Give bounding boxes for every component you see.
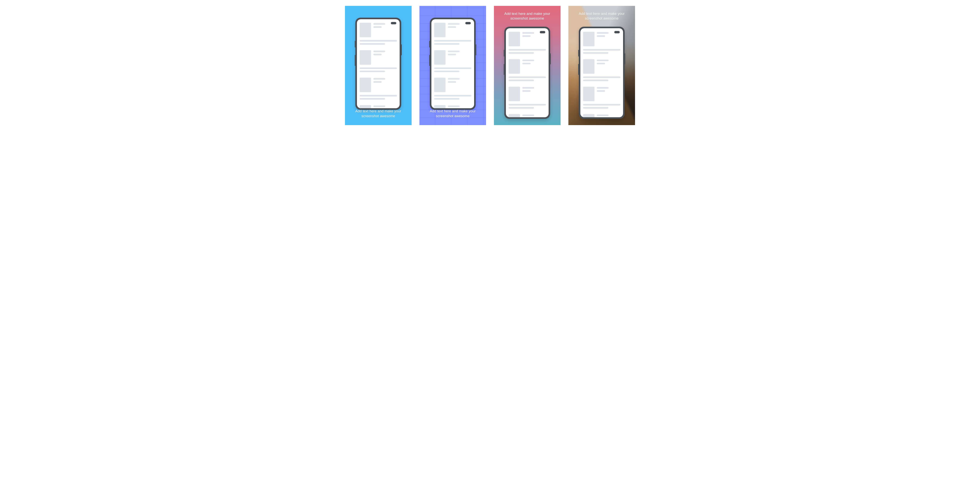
- placeholder-line: [597, 35, 605, 37]
- placeholder-line: [373, 51, 385, 52]
- placeholder-card: [506, 112, 549, 117]
- placeholder-thumb: [360, 23, 371, 37]
- placeholder-line: [597, 87, 609, 89]
- placeholder-line: [373, 105, 385, 107]
- phone-side-button: [429, 41, 430, 48]
- placeholder-line: [360, 67, 397, 69]
- placeholder-line: [373, 78, 385, 80]
- placeholder-line: [583, 107, 608, 108]
- placeholder-line: [360, 98, 385, 100]
- placeholder-line: [522, 35, 531, 37]
- panel-stage: Add text here and make your screenshot a…: [0, 0, 980, 131]
- placeholder-line: [434, 67, 471, 69]
- placeholder-thumb: [360, 50, 371, 65]
- placeholder-card: [506, 84, 549, 112]
- phone-frame: [579, 27, 625, 119]
- placeholder-card: [581, 112, 623, 117]
- placeholder-line: [434, 95, 471, 96]
- camera-cutout-icon: [391, 22, 396, 24]
- phone-screen: [581, 28, 623, 117]
- placeholder-line: [522, 63, 531, 64]
- panel-caption[interactable]: Add text here and make your screenshot a…: [494, 11, 560, 21]
- panel-caption[interactable]: Add text here and make your screenshot a…: [420, 109, 486, 118]
- placeholder-card: [431, 102, 474, 108]
- placeholder-line: [597, 90, 605, 92]
- placeholder-line: [434, 70, 460, 72]
- camera-cutout-icon: [614, 31, 620, 33]
- placeholder-line: [448, 78, 460, 80]
- placeholder-line: [597, 60, 609, 61]
- placeholder-thumb: [583, 87, 595, 101]
- placeholder-line: [522, 90, 531, 92]
- placeholder-card: [506, 56, 549, 84]
- placeholder-line: [448, 51, 460, 52]
- placeholder-line: [373, 81, 382, 83]
- placeholder-thumb: [583, 114, 595, 117]
- phone-screen: [506, 28, 549, 117]
- placeholder-line: [448, 105, 460, 107]
- phone-side-button: [550, 53, 551, 64]
- panel-caption[interactable]: Add text here and make your screenshot a…: [345, 109, 412, 118]
- placeholder-line: [434, 40, 471, 41]
- phone-side-button: [578, 50, 579, 56]
- placeholder-thumb: [360, 105, 371, 108]
- phone-frame: [504, 27, 550, 119]
- phone-frame: [355, 18, 401, 110]
- placeholder-line: [448, 23, 460, 25]
- placeholder-line: [522, 60, 534, 61]
- placeholder-card: [357, 75, 399, 102]
- screenshot-panel-4: Add text here and make your screenshot a…: [568, 6, 635, 125]
- placeholder-line: [360, 70, 385, 72]
- placeholder-thumb: [509, 32, 520, 46]
- placeholder-thumb: [360, 78, 371, 92]
- phone-side-button: [355, 55, 355, 66]
- screenshot-panel-3: Add text here and make your screenshot a…: [494, 6, 560, 125]
- panel-caption[interactable]: Add text here and make your screenshot a…: [568, 11, 635, 21]
- placeholder-line: [597, 32, 609, 34]
- phone-screen: [431, 19, 474, 108]
- phone-frame: [430, 18, 476, 110]
- phone-side-button: [504, 64, 504, 75]
- placeholder-line: [522, 87, 534, 89]
- camera-cutout-icon: [540, 31, 545, 33]
- placeholder-line: [509, 104, 546, 105]
- phone-mockup: [579, 27, 625, 119]
- placeholder-line: [583, 52, 608, 54]
- placeholder-line: [360, 95, 397, 96]
- placeholder-thumb: [509, 87, 520, 101]
- placeholder-line: [522, 115, 534, 116]
- placeholder-thumb: [509, 114, 520, 117]
- placeholder-line: [360, 43, 385, 45]
- placeholder-line: [583, 104, 620, 105]
- placeholder-thumb: [583, 59, 595, 74]
- screenshot-panel-1: Add text here and make your screenshot a…: [345, 6, 412, 125]
- placeholder-line: [373, 23, 385, 25]
- placeholder-card: [431, 48, 474, 75]
- placeholder-line: [522, 32, 534, 34]
- phone-mockup: [430, 18, 476, 110]
- placeholder-thumb: [434, 23, 445, 37]
- screenshot-panel-2: Add text here and make your screenshot a…: [420, 6, 486, 125]
- placeholder-card: [581, 56, 623, 84]
- placeholder-thumb: [509, 59, 520, 74]
- phone-mockup: [355, 18, 401, 110]
- placeholder-line: [373, 26, 382, 28]
- phone-side-button: [504, 50, 504, 56]
- phone-side-button: [625, 53, 625, 64]
- placeholder-line: [448, 54, 456, 55]
- placeholder-thumb: [583, 32, 595, 46]
- phone-side-button: [355, 41, 355, 48]
- placeholder-card: [581, 84, 623, 112]
- placeholder-line: [509, 107, 534, 108]
- phone-side-button: [401, 44, 402, 55]
- placeholder-line: [597, 115, 609, 116]
- placeholder-line: [509, 77, 546, 78]
- placeholder-line: [509, 52, 534, 54]
- placeholder-line: [583, 80, 608, 81]
- placeholder-line: [583, 49, 620, 51]
- placeholder-card: [431, 75, 474, 102]
- phone-mockup: [504, 27, 550, 119]
- placeholder-line: [583, 77, 620, 78]
- phone-side-button: [476, 44, 476, 55]
- placeholder-line: [434, 43, 460, 45]
